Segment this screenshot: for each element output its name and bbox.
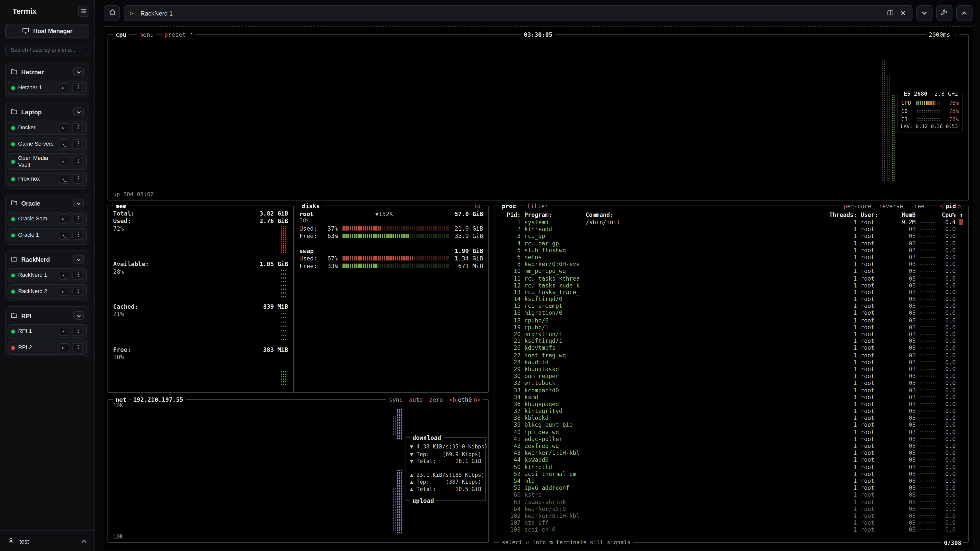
- process-row[interactable]: 16 migration/0 1 root 0B 0.0: [500, 310, 963, 316]
- net-auto-toggle[interactable]: auto: [409, 395, 423, 403]
- host-item-oracle-sam[interactable]: Oracle Sam >_: [7, 212, 87, 226]
- proc-key-hints[interactable]: select ↵ info ↹ terminate kill signals: [500, 538, 633, 547]
- host-item-racknerd-2[interactable]: RackNerd 2 >_: [7, 284, 87, 299]
- process-row[interactable]: 39 blkcg_punt_bio 1 root 0B 0.0: [500, 421, 963, 428]
- host-item-proxmox[interactable]: Proxmox >_: [7, 171, 87, 186]
- sort-selector[interactable]: <pid>: [939, 202, 963, 210]
- host-menu-button[interactable]: [73, 230, 83, 240]
- host-item-rpi-1[interactable]: RPI 1 >_: [7, 324, 87, 338]
- process-row[interactable]: 18 cpuhp/0 1 root 0B 0.0: [500, 317, 963, 324]
- process-row[interactable]: 29 khungtaskd 1 root 0B 0.0: [500, 365, 963, 372]
- interval-plus-button[interactable]: +: [953, 31, 957, 38]
- process-row[interactable]: 26 kdevtmpfs 1 root 0B 0.0: [500, 345, 963, 351]
- io-mode-toggle[interactable]: io: [471, 202, 483, 210]
- process-row[interactable]: 44 kswapd0 1 root 0B 0.0: [500, 456, 963, 463]
- process-row[interactable]: 19 cpuhp/1 1 root 0B 0.0: [500, 324, 963, 330]
- host-menu-button[interactable]: [73, 287, 83, 296]
- sort-next-button[interactable]: >: [958, 202, 961, 209]
- search-input[interactable]: [5, 44, 89, 56]
- open-terminal-button[interactable]: >_: [59, 214, 69, 224]
- group-header-rpi[interactable]: RPI: [7, 309, 87, 322]
- btop-menu-button[interactable]: menu: [137, 30, 156, 39]
- net-sync-toggle[interactable]: sync: [389, 395, 403, 403]
- open-terminal-button[interactable]: >_: [59, 174, 69, 184]
- open-terminal-button[interactable]: >_: [59, 343, 69, 352]
- host-menu-button[interactable]: [73, 343, 83, 352]
- group-header-laptop[interactable]: Laptop: [7, 105, 87, 119]
- host-menu-button[interactable]: [73, 327, 83, 336]
- process-row[interactable]: 41 edac-poller 1 root 0B 0.0: [500, 435, 963, 442]
- open-terminal-button[interactable]: >_: [59, 123, 69, 132]
- tools-button[interactable]: [936, 5, 953, 21]
- user-menu[interactable]: test: [0, 530, 94, 551]
- process-row[interactable]: 11 rcu_tasks_kthrea 1 root 0B 0.0: [500, 275, 963, 281]
- host-item-oracle-1[interactable]: Oracle 1 >_: [7, 228, 87, 242]
- host-menu-button[interactable]: [73, 83, 83, 93]
- process-row[interactable]: 102 kworker/0:1H-kbl 1 root 0B 0.0: [500, 512, 963, 519]
- process-row[interactable]: 64 kworker/u5:0 1 root 0B 0.0: [500, 505, 963, 512]
- host-item-racknerd-1[interactable]: RackNerd 1 >_: [7, 268, 87, 283]
- open-terminal-button[interactable]: >_: [59, 327, 69, 336]
- process-row[interactable]: 60 kstrp 1 root 0B 0.0: [500, 491, 963, 498]
- process-row[interactable]: 8 kworker/0:0H-eve 1 root 0B 0.0: [500, 261, 963, 268]
- process-row[interactable]: 37 kintegrityd 1 root 0B 0.0: [500, 407, 963, 414]
- process-row[interactable]: 20 migration/1 1 root 0B 0.0: [500, 330, 963, 338]
- group-collapse-button[interactable]: [73, 199, 84, 207]
- process-row[interactable]: 43 kworker/1:1H-kbl 1 root 0B 0.0: [500, 449, 963, 456]
- btop-interval-control[interactable]: 2000ms+: [926, 30, 959, 39]
- open-terminal-button[interactable]: >_: [59, 139, 69, 149]
- process-row[interactable]: 55 ipv6_addrconf 1 root 0B 0.0: [500, 484, 963, 491]
- reverse-toggle[interactable]: reverse: [879, 202, 903, 210]
- process-row[interactable]: 1 systemd /sbin/init 1 root 9.2M 0.4: [500, 219, 963, 225]
- host-menu-button[interactable]: [73, 139, 83, 149]
- process-row[interactable]: 54 mld 1 root 0B 0.0: [500, 477, 963, 484]
- host-item-rpi-2[interactable]: RPI 2 >_: [7, 341, 87, 355]
- process-row[interactable]: 10 mm_percpu_wq 1 root 0B 0.0: [500, 268, 963, 275]
- next-interface-button[interactable]: n>: [474, 395, 480, 403]
- group-header-racknerd[interactable]: RackNerd: [7, 252, 87, 266]
- expand-button[interactable]: [916, 5, 932, 21]
- process-row[interactable]: 28 kauditd 1 root 0B 0.0: [500, 359, 963, 365]
- terminal-view[interactable]: cpu menu preset * 03:30:05 2000ms+ E5-26…: [104, 26, 973, 550]
- process-row[interactable]: 33 kcompactd0 1 root 0B 0.0: [500, 386, 963, 393]
- process-row[interactable]: 36 khugepaged 1 root 0B 0.0: [500, 400, 963, 407]
- scroll-up-indicator[interactable]: ↑: [959, 210, 963, 219]
- host-item-docker[interactable]: Docker >_: [7, 121, 87, 135]
- host-men-button[interactable]: [73, 157, 83, 166]
- process-row[interactable]: 30 oom_reaper 1 root 0B 0.0: [500, 372, 963, 380]
- open-terminal-button[interactable]: >_: [59, 157, 69, 166]
- open-terminal-button[interactable]: >_: [59, 83, 69, 93]
- process-row[interactable]: 108 scsi_eh_0 1 root 0B 0.0: [500, 526, 963, 533]
- close-tab-button[interactable]: [900, 8, 906, 18]
- group-header-hetzner[interactable]: Hetzner: [7, 65, 87, 79]
- process-row[interactable]: 107 ata_sff 1 root 0B 0.0: [500, 519, 963, 526]
- host-menu-button[interactable]: [73, 270, 83, 280]
- process-row[interactable]: 21 ksoftirqd/1 1 root 0B 0.0: [500, 338, 963, 345]
- process-row[interactable]: 3 rcu_gp 1 root 0B 0.0: [500, 233, 963, 240]
- tab-racknerd-1[interactable]: >_ RackNerd 1: [124, 5, 913, 21]
- host-manager-button[interactable]: Host Manager: [5, 24, 89, 38]
- proc-table-header[interactable]: Pid: Program: Command: Threads: User: Me…: [500, 210, 963, 219]
- process-row[interactable]: 6 netns 1 root 0B 0.0: [500, 254, 963, 260]
- process-row[interactable]: 34 ksmd 1 root 0B 0.0: [500, 393, 963, 400]
- per-core-toggle[interactable]: per-core: [844, 202, 871, 210]
- process-row[interactable]: 4 rcu_par_gp 1 root 0B 0.0: [500, 240, 963, 246]
- proc-table[interactable]: 1 systemd /sbin/init 1 root 9.2M 0.4 2 k…: [500, 219, 963, 537]
- open-terminal-button[interactable]: >_: [59, 287, 69, 296]
- process-row[interactable]: 40 tpm_dev_wq 1 root 0B 0.0: [500, 428, 963, 435]
- process-row[interactable]: 27 inet_frag_wq 1 root 0B 0.0: [500, 351, 963, 359]
- process-row[interactable]: 42 devfreq_wq 1 root 0B 0.0: [500, 442, 963, 449]
- proc-filter-button[interactable]: filter: [525, 202, 551, 210]
- process-row[interactable]: 63 zswap-shrink 1 root 0B 0.0: [500, 498, 963, 505]
- host-menu-button[interactable]: [73, 123, 83, 132]
- collapse-button[interactable]: [956, 5, 973, 21]
- process-row[interactable]: 32 writeback 1 root 0B 0.0: [500, 380, 963, 386]
- host-item-game-servers[interactable]: Game Servers >_: [7, 137, 87, 151]
- process-row[interactable]: 50 kthrotld 1 root 0B 0.0: [500, 463, 963, 470]
- process-row[interactable]: 14 ksoftirqd/0 1 root 0B 0.0: [500, 295, 963, 303]
- home-button[interactable]: [104, 5, 120, 21]
- host-item-open-media-vault[interactable]: Open Media Vault >_: [7, 153, 87, 170]
- process-row[interactable]: 12 rcu_tasks_rude_k 1 root 0B 0.0: [500, 282, 963, 289]
- net-zero-toggle[interactable]: zero: [429, 395, 443, 403]
- group-collapse-button[interactable]: [73, 255, 84, 264]
